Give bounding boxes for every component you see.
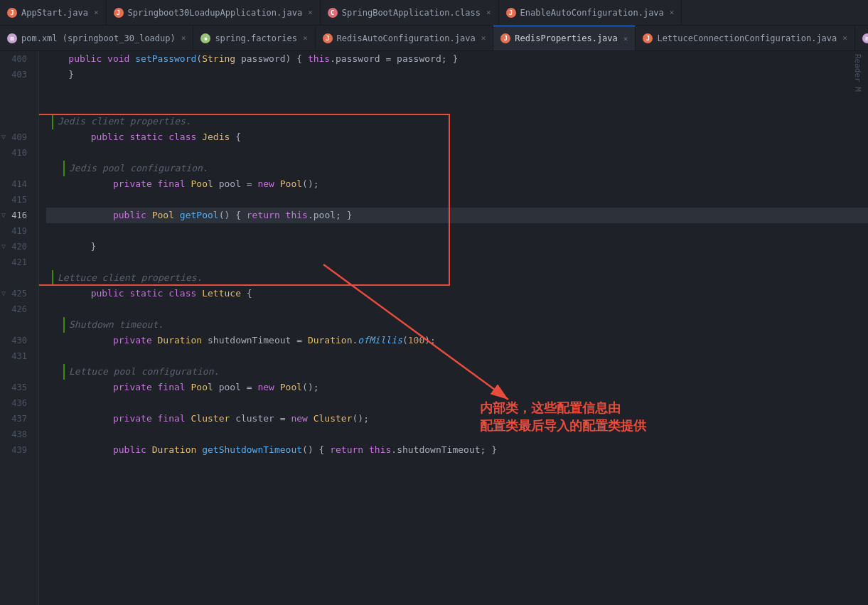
gutter-line-doc3 bbox=[0, 270, 33, 286]
tab-label-springbootapp: SpringBootApplication.class bbox=[342, 8, 481, 18]
tab-icon-redisauto: J bbox=[323, 33, 333, 43]
code-line-405 bbox=[46, 98, 868, 114]
gutter-line-430: 430 bbox=[0, 333, 33, 348]
code-line-doc-shutdown: Shutdown timeout. bbox=[46, 317, 868, 333]
code-line-439: public Duration getShutdownTimeout() { r… bbox=[46, 442, 868, 458]
tab-icon-enableauto: J bbox=[506, 8, 516, 18]
code-line-doc-lettuce-pool: Lettuce pool configuration. bbox=[46, 364, 868, 380]
gutter-line-doc5 bbox=[0, 364, 33, 380]
code-line-414: private final Pool pool = new Pool(); bbox=[46, 176, 868, 192]
code-line-403: } bbox=[46, 67, 868, 82]
code-line-doc-lettuce-client: Lettuce client properties. bbox=[46, 270, 868, 286]
tab-label-redisprops: RedisProperties.java bbox=[515, 33, 618, 43]
tab-icon-springbootapp: C bbox=[328, 8, 338, 18]
tab-icon-appstart: J bbox=[7, 8, 17, 18]
gutter-line-410: 410 bbox=[0, 145, 33, 161]
gutter-line-414: 414 bbox=[0, 176, 33, 192]
gutter-line-419: 419 bbox=[0, 223, 33, 239]
gutter-line-425: ▽ 425 bbox=[0, 286, 33, 301]
tab-close-pomxml[interactable]: × bbox=[181, 33, 186, 43]
gutter-line-421: 421 bbox=[0, 255, 33, 270]
code-line-404 bbox=[46, 82, 868, 98]
tab-label-appstart: AppStart.java bbox=[21, 8, 88, 18]
tab-close-springboot30[interactable]: × bbox=[308, 8, 313, 17]
fold-icon-409[interactable]: ▽ bbox=[1, 129, 6, 145]
tab-icon-pomxml2: m bbox=[862, 33, 868, 43]
tab-pomxml[interactable]: m pom.xml (springboot_30_loadup) × bbox=[0, 26, 193, 50]
tab-redisprops[interactable]: J RedisProperties.java × bbox=[493, 26, 636, 50]
gutter-line-426: 426 bbox=[0, 301, 33, 317]
code-line-416: public Pool getPool() { return this.pool… bbox=[46, 208, 868, 223]
code-line-435: private final Pool pool = new Pool(); bbox=[46, 380, 868, 395]
tab-close-enableauto[interactable]: × bbox=[670, 8, 675, 17]
tab-icon-factories: ▪ bbox=[200, 33, 210, 43]
tab-close-redisauto[interactable]: × bbox=[481, 33, 486, 43]
tab-label-pomxml: pom.xml (springboot_30_loadup) bbox=[21, 33, 176, 43]
code-line-415 bbox=[46, 192, 868, 208]
gutter-line-403: 403 bbox=[0, 67, 33, 82]
code-line-431 bbox=[46, 348, 868, 364]
tab-close-appstart[interactable]: × bbox=[94, 8, 99, 17]
code-line-400: public void setPassword(String password)… bbox=[46, 51, 868, 67]
reader-mode-label: Reader M bbox=[847, 51, 868, 95]
code-line-421 bbox=[46, 255, 868, 270]
code-line-409: public static class Jedis { bbox=[46, 129, 868, 145]
gutter-line-438: 438 bbox=[0, 427, 33, 442]
tab-close-springbootapp[interactable]: × bbox=[486, 8, 491, 17]
tab-lettuce[interactable]: J LettuceConnectionConfiguration.java × bbox=[636, 26, 855, 50]
tab-label-enableauto: EnableAutoConfiguration.java bbox=[520, 8, 664, 18]
tab-springfactories[interactable]: ▪ spring.factories × bbox=[193, 26, 315, 50]
code-line-doc-jedis-pool: Jedis pool configuration. bbox=[46, 161, 868, 176]
tab-close-redisprops[interactable]: × bbox=[623, 34, 628, 43]
tab-bar-top: J AppStart.java × J Springboot30LoadupAp… bbox=[0, 0, 868, 26]
fold-icon-416[interactable]: ▽ bbox=[1, 208, 6, 223]
code-line-426 bbox=[46, 301, 868, 317]
editor-area: 400 403 ▽ 409 410 414 415 416 ▽ 419 ▽ 42… bbox=[0, 51, 868, 605]
line-number-gutter: 400 403 ▽ 409 410 414 415 416 ▽ 419 ▽ 42… bbox=[0, 51, 39, 605]
tab-icon-springboot30: J bbox=[114, 8, 124, 18]
code-line-436 bbox=[46, 395, 868, 411]
tab-label-redisauto: RedisAutoConfiguration.java bbox=[337, 33, 476, 43]
tab-springbootapp[interactable]: C SpringBootApplication.class × bbox=[321, 0, 499, 25]
fold-icon-425[interactable]: ▽ bbox=[1, 286, 6, 301]
code-content[interactable]: public void setPassword(String password)… bbox=[39, 51, 868, 605]
code-line-438 bbox=[46, 427, 868, 442]
code-line-420: } bbox=[46, 239, 868, 255]
fold-icon-420[interactable]: ▽ bbox=[1, 239, 6, 255]
gutter-line-doc2 bbox=[0, 161, 33, 176]
tab-redisauto[interactable]: J RedisAutoConfiguration.java × bbox=[316, 26, 494, 50]
tab-label-springboot30: Springboot30LoadupApplication.java bbox=[128, 8, 303, 18]
tab-label-factories: spring.factories bbox=[215, 33, 297, 43]
tab-bar-second: m pom.xml (springboot_30_loadup) × ▪ spr… bbox=[0, 26, 868, 51]
tab-icon-pomxml: m bbox=[7, 33, 17, 43]
tab-enableauto[interactable]: J EnableAutoConfiguration.java × bbox=[499, 0, 682, 25]
tab-label-lettuce: LettuceConnectionConfiguration.java bbox=[657, 33, 837, 43]
tab-pomxml2[interactable]: m pom.xml (springboot_28_configLoad) × bbox=[855, 26, 868, 50]
code-line-doc-jedis-client: Jedis client properties. bbox=[46, 114, 868, 129]
gutter-line-doc4 bbox=[0, 317, 33, 333]
gutter-line-435: 435 bbox=[0, 380, 33, 395]
gutter-line-431: 431 bbox=[0, 348, 33, 364]
tab-appstart[interactable]: J AppStart.java × bbox=[0, 0, 107, 25]
gutter-line-doc1 bbox=[0, 114, 33, 129]
code-line-425: public static class Lettuce { bbox=[46, 286, 868, 301]
gutter-line-empty2 bbox=[0, 98, 33, 114]
gutter-line-416: 416 ▽ bbox=[0, 208, 33, 223]
gutter-line-409: ▽ 409 bbox=[0, 129, 33, 145]
code-line-430: private Duration shutdownTimeout = Durat… bbox=[46, 333, 868, 348]
code-line-437: private final Cluster cluster = new Clus… bbox=[46, 411, 868, 427]
gutter-line-empty1 bbox=[0, 82, 33, 98]
tab-icon-lettuce: J bbox=[643, 33, 653, 43]
gutter-line-420: ▽ 420 bbox=[0, 239, 33, 255]
gutter-line-437: 437 bbox=[0, 411, 33, 427]
tab-close-factories[interactable]: × bbox=[303, 33, 308, 43]
gutter-line-439: 439 bbox=[0, 442, 33, 458]
gutter-line-400: 400 bbox=[0, 51, 33, 67]
gutter-line-436: 436 bbox=[0, 395, 33, 411]
gutter-line-415: 415 bbox=[0, 192, 33, 208]
tab-springboot30[interactable]: J Springboot30LoadupApplication.java × bbox=[107, 0, 321, 25]
code-line-410 bbox=[46, 145, 868, 161]
tab-close-lettuce[interactable]: × bbox=[842, 33, 847, 43]
tab-icon-redisprops: J bbox=[500, 33, 510, 43]
code-line-419 bbox=[46, 223, 868, 239]
